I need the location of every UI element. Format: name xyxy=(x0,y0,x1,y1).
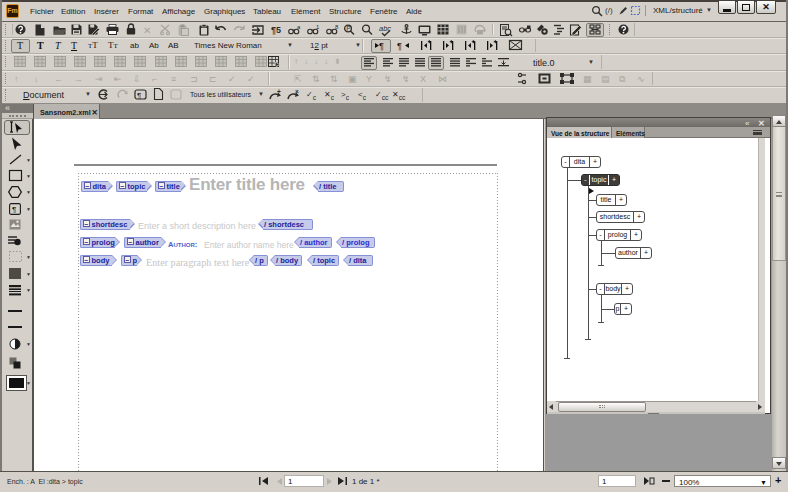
svg-text:×: × xyxy=(295,88,299,95)
svg-text:¶: ¶ xyxy=(379,41,384,51)
svg-text:+: + xyxy=(277,88,281,95)
svg-text:¶: ¶ xyxy=(137,91,141,100)
svg-text:P: P xyxy=(346,25,350,32)
svg-text:¶: ¶ xyxy=(12,205,16,214)
svg-text:¶: ¶ xyxy=(397,41,402,51)
